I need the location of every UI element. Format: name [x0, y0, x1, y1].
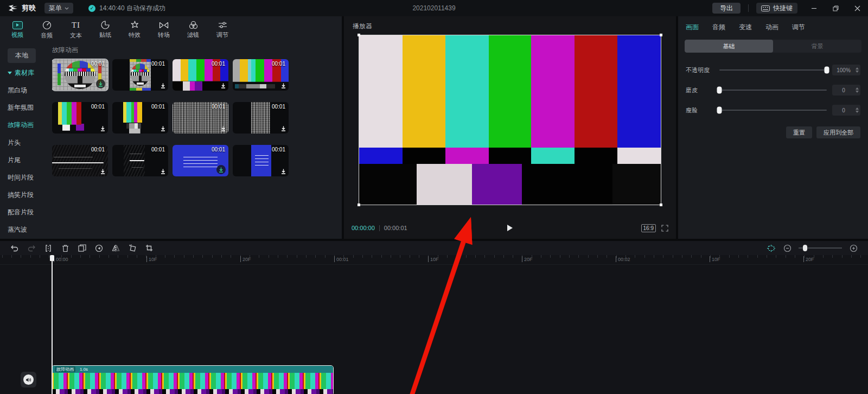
tab-picture[interactable]: 画面	[686, 23, 699, 32]
stepper[interactable]	[856, 65, 859, 75]
download-icon[interactable]	[221, 83, 226, 88]
timeline-ruler[interactable]: 00:00 10F 20F 00:01 10F 20F 00:02 10F 20…	[0, 255, 868, 265]
download-icon[interactable]	[100, 126, 105, 131]
library-item-static[interactable]: 00:01	[173, 102, 228, 134]
download-icon[interactable]	[216, 165, 226, 174]
mute-track-button[interactable]	[21, 372, 36, 387]
sidebar-item-bw[interactable]: 黑白场	[8, 81, 50, 99]
subtab-background[interactable]: 背景	[773, 40, 861, 53]
tab-animation[interactable]: 动画	[765, 23, 778, 32]
tab-effects[interactable]: 特效	[123, 19, 146, 39]
delete-icon[interactable]	[60, 243, 70, 253]
resize-handle[interactable]	[358, 34, 360, 36]
undo-icon[interactable]	[10, 243, 20, 253]
menu-button[interactable]: 菜单	[44, 3, 73, 14]
library-item-scanline-strip[interactable]: 00:01	[112, 145, 168, 176]
library-item-colorbars[interactable]: 00:01	[173, 59, 228, 91]
timeline-zoom-slider[interactable]	[799, 247, 842, 249]
sidebar-item-vaporwave[interactable]: 蒸汽波	[8, 221, 50, 239]
sidebar-item-outro[interactable]: 片尾	[8, 151, 50, 169]
slim-face-slider[interactable]	[719, 110, 827, 111]
library-item-testcard-narrow[interactable]: 00:01	[112, 59, 168, 91]
zoom-in-icon[interactable]	[848, 243, 858, 253]
resize-handle[interactable]	[660, 204, 662, 206]
library-item-static-strip[interactable]: 00:01	[233, 102, 289, 134]
sidebar-item-intro[interactable]: 片头	[8, 134, 50, 151]
tab-audio[interactable]: 音频	[35, 19, 59, 39]
library-item-scanlines[interactable]: 00:01	[52, 145, 108, 176]
library-item-bluescreen[interactable]: 00:01	[173, 145, 228, 176]
stepper[interactable]	[856, 105, 859, 116]
tab-sticker[interactable]: 贴纸	[93, 19, 117, 39]
play-button[interactable]	[507, 224, 513, 232]
fullscreen-icon[interactable]	[661, 225, 668, 232]
playhead[interactable]	[52, 255, 53, 394]
download-icon[interactable]	[281, 83, 286, 88]
zoom-out-icon[interactable]	[782, 243, 792, 253]
zoom-knob[interactable]	[803, 245, 807, 251]
sidebar-item-newyear[interactable]: 新年氛围	[8, 99, 50, 117]
opacity-slider[interactable]	[719, 69, 827, 71]
download-icon[interactable]	[281, 169, 286, 174]
sidebar-item-glitch[interactable]: 故障动画	[8, 117, 50, 134]
opacity-value[interactable]: 100%	[832, 65, 860, 75]
sidebar-item-time[interactable]: 时间片段	[8, 169, 50, 186]
tab-video[interactable]: 视频	[5, 19, 29, 39]
rotate-icon[interactable]	[127, 243, 137, 253]
tab-adjust[interactable]: 调节	[210, 19, 234, 39]
download-icon[interactable]	[281, 126, 286, 131]
smooth-skin-slider[interactable]	[719, 90, 827, 91]
download-icon[interactable]	[100, 169, 105, 174]
smpte-bars-mid	[359, 148, 661, 164]
timeline-snap-icon[interactable]	[766, 243, 776, 253]
redo-icon[interactable]	[27, 243, 36, 253]
slider-knob[interactable]	[825, 67, 829, 74]
tab-speed[interactable]: 变速	[739, 23, 752, 32]
current-time: 00:00:00	[352, 225, 375, 231]
mirror-icon[interactable]	[111, 243, 120, 253]
tab-adjust-settings[interactable]: 调节	[792, 23, 805, 32]
resize-handle[interactable]	[358, 204, 360, 206]
library-item-colorbars-glitch[interactable]: 00:01	[233, 59, 289, 91]
slider-knob[interactable]	[717, 107, 722, 114]
split-icon[interactable]	[43, 243, 53, 253]
tab-audio-settings[interactable]: 音频	[712, 23, 725, 32]
resize-handle[interactable]	[660, 34, 662, 36]
library-item-bluescreen-strip[interactable]: 00:01	[233, 145, 289, 176]
minimize-button[interactable]	[803, 0, 825, 16]
crop-icon[interactable]	[144, 243, 154, 253]
smooth-skin-value[interactable]: 0	[832, 85, 860, 96]
stepper[interactable]	[856, 85, 859, 96]
library-item-partial-bars[interactable]: 00:01	[52, 102, 108, 134]
reverse-icon[interactable]	[94, 243, 104, 253]
sidebar-item-funny[interactable]: 搞笑片段	[8, 187, 50, 204]
library-item-testcard[interactable]: 00:01	[52, 59, 108, 91]
download-icon[interactable]	[221, 126, 226, 131]
slim-face-value[interactable]: 0	[832, 105, 860, 116]
sidebar-item-dubbing[interactable]: 配音片段	[8, 204, 50, 221]
shortcuts-button[interactable]: 快捷键	[756, 3, 797, 14]
reset-button[interactable]: 重置	[786, 126, 812, 138]
ruler-label: 20F	[803, 257, 814, 262]
close-button[interactable]	[846, 0, 868, 16]
library-item-partial-bars-gray[interactable]: 00:01	[112, 102, 168, 134]
download-icon[interactable]	[161, 126, 165, 131]
timeline-clip[interactable]: 故障动画 1.0s	[52, 365, 334, 394]
aspect-ratio-button[interactable]: 16:9	[641, 224, 656, 232]
tab-filter[interactable]: 滤镜	[181, 19, 205, 39]
download-icon[interactable]	[96, 79, 105, 88]
download-icon[interactable]	[161, 169, 165, 174]
static-art	[251, 102, 270, 134]
freeze-frame-icon[interactable]	[77, 243, 87, 253]
tab-text[interactable]: TI 文本	[64, 19, 88, 39]
sidebar-item-local[interactable]: 本地	[8, 47, 50, 64]
tab-transition[interactable]: 转场	[152, 19, 176, 39]
subtab-basic[interactable]: 基础	[685, 40, 773, 53]
slider-knob[interactable]	[717, 87, 722, 94]
export-button[interactable]: 导出	[712, 3, 741, 14]
video-preview[interactable]	[359, 35, 661, 205]
restore-button[interactable]	[825, 0, 846, 16]
apply-all-button[interactable]: 应用到全部	[816, 126, 860, 138]
sidebar-item-material-library[interactable]: 素材库	[8, 64, 50, 81]
download-icon[interactable]	[161, 83, 165, 88]
